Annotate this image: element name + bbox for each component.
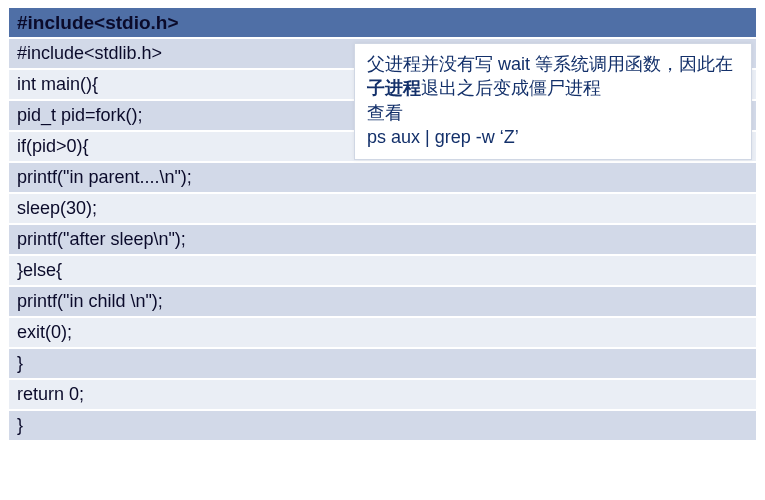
- code-row: sleep(30);: [8, 193, 757, 224]
- explanation-callout: 父进程并没有写 wait 等系统调用函数，因此在子进程退出之后变成僵尸进程 查看…: [354, 43, 752, 160]
- code-line: printf("after sleep\n");: [8, 224, 757, 255]
- code-line: printf("in parent....\n");: [8, 162, 757, 193]
- code-header: #include<stdio.h>: [8, 7, 757, 38]
- callout-line-2: 查看: [367, 101, 739, 125]
- slide: #include<stdio.h> #include<stdlib.h> int…: [0, 0, 765, 500]
- code-line: exit(0);: [8, 317, 757, 348]
- code-line: return 0;: [8, 379, 757, 410]
- callout-line-1: 父进程并没有写 wait 等系统调用函数，因此在子进程退出之后变成僵尸进程: [367, 52, 739, 101]
- code-line: }: [8, 410, 757, 441]
- code-row: }: [8, 348, 757, 379]
- code-row: printf("in child \n");: [8, 286, 757, 317]
- code-line: sleep(30);: [8, 193, 757, 224]
- code-row: }else{: [8, 255, 757, 286]
- code-row: return 0;: [8, 379, 757, 410]
- callout-line-3: ps aux | grep -w ‘Z’: [367, 125, 739, 149]
- callout-bold: 子进程: [367, 78, 421, 98]
- callout-text: 退出之后变成僵尸进程: [421, 78, 601, 98]
- code-row: exit(0);: [8, 317, 757, 348]
- code-line: }else{: [8, 255, 757, 286]
- callout-text: 父进程并没有写 wait 等系统调用函数，因此在: [367, 54, 733, 74]
- code-row: printf("after sleep\n");: [8, 224, 757, 255]
- code-line: printf("in child \n");: [8, 286, 757, 317]
- code-header-row: #include<stdio.h>: [8, 7, 757, 38]
- code-row: printf("in parent....\n");: [8, 162, 757, 193]
- code-line: }: [8, 348, 757, 379]
- code-row: }: [8, 410, 757, 441]
